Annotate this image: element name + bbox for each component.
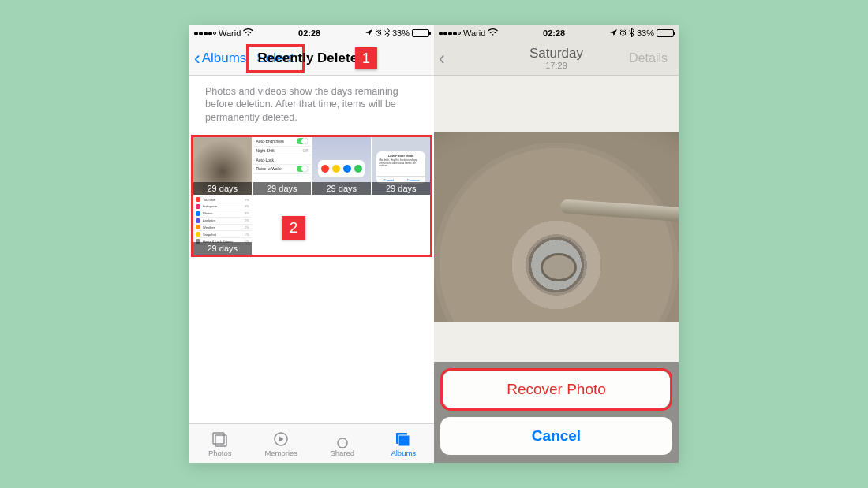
photo-thumbnail[interactable]: YouTube5% Instagram4% Photos3% Analytics… [193, 196, 252, 255]
location-icon [365, 28, 372, 38]
svg-rect-2 [215, 435, 226, 446]
recover-photo-button[interactable]: Recover Photo [443, 371, 670, 408]
days-badge: 29 days [253, 182, 312, 195]
photo-thumbnail[interactable]: Low Power ModeMail fetch, Hey Siri, back… [372, 137, 431, 196]
svg-rect-1 [213, 433, 224, 444]
photos-icon [211, 430, 230, 448]
alarm-icon [375, 28, 382, 38]
battery-pct: 33% [637, 28, 654, 38]
details-button[interactable]: Details [623, 47, 674, 69]
tab-albums[interactable]: Albums [373, 424, 435, 463]
tab-label: Shared [330, 449, 354, 457]
photo-thumbnail[interactable]: Auto-Brightness Night ShiftOff Auto-Lock… [253, 137, 312, 196]
thumbnail-grid: 29 days Auto-Brightness Night ShiftOff A… [193, 137, 430, 255]
tab-photos[interactable]: Photos [189, 424, 251, 463]
location-icon [610, 28, 617, 38]
annotation-box-grid: 29 days Auto-Brightness Night ShiftOff A… [191, 135, 432, 257]
status-bar: Warid 02:28 33% [189, 25, 434, 41]
photo-thumbnail[interactable]: 29 days [193, 137, 252, 196]
cancel-button[interactable]: Cancel [440, 417, 672, 455]
alarm-icon [619, 28, 627, 38]
back-label: Albums [202, 50, 247, 66]
tab-bar: Photos Memories Shared Albums [189, 423, 434, 463]
days-badge: 29 days [372, 182, 431, 195]
back-button[interactable]: ‹ Albums [194, 50, 246, 66]
annotation-box-recover: Recover Photo [440, 368, 672, 411]
carrier-label: Warid [219, 28, 241, 38]
svg-rect-5 [398, 435, 410, 446]
description-text: Photos and videos show the days remainin… [189, 76, 434, 135]
tab-label: Albums [391, 449, 416, 457]
shared-icon [333, 430, 352, 448]
signal-dots [194, 32, 216, 35]
battery-pct: 33% [392, 28, 410, 38]
nav-bar: ‹ Saturday 17:29 Details [434, 41, 679, 76]
nav-bar: ‹ Albums Recently Deleted 1 Select [189, 41, 434, 76]
albums-icon [394, 430, 413, 448]
days-badge: 29 days [193, 182, 252, 195]
carrier-label: Warid [463, 28, 485, 38]
status-bar: Warid 02:28 33% [434, 25, 679, 41]
annotation-2: 2 [282, 216, 305, 240]
days-badge: 29 days [312, 182, 371, 195]
select-button[interactable]: Select [249, 47, 301, 70]
tab-label: Memories [264, 449, 297, 457]
phone-recently-deleted: Warid 02:28 33% [189, 25, 434, 463]
tab-shared[interactable]: Shared [312, 424, 373, 463]
photo-thumbnail[interactable]: 29 days [312, 137, 371, 196]
bluetooth-icon [384, 28, 390, 39]
battery-icon [657, 29, 674, 37]
days-badge: 29 days [193, 242, 252, 255]
action-sheet: Recover Photo Cancel [434, 362, 679, 463]
phone-recover-sheet: Warid 02:28 33% ‹ Saturday 17:29 [434, 25, 679, 463]
tab-label: Photos [208, 449, 232, 457]
bluetooth-icon [629, 28, 634, 39]
clock: 02:28 [298, 28, 320, 38]
annotation-box-select: Select [246, 44, 304, 73]
signal-dots [439, 32, 461, 35]
battery-icon [412, 29, 429, 37]
tab-memories[interactable]: Memories [251, 424, 312, 463]
wifi-icon [243, 28, 253, 38]
annotation-1: 1 [355, 47, 377, 69]
wifi-icon [488, 28, 498, 38]
memories-icon [271, 430, 290, 448]
clock: 02:28 [543, 28, 565, 38]
photo-preview[interactable] [434, 132, 679, 322]
